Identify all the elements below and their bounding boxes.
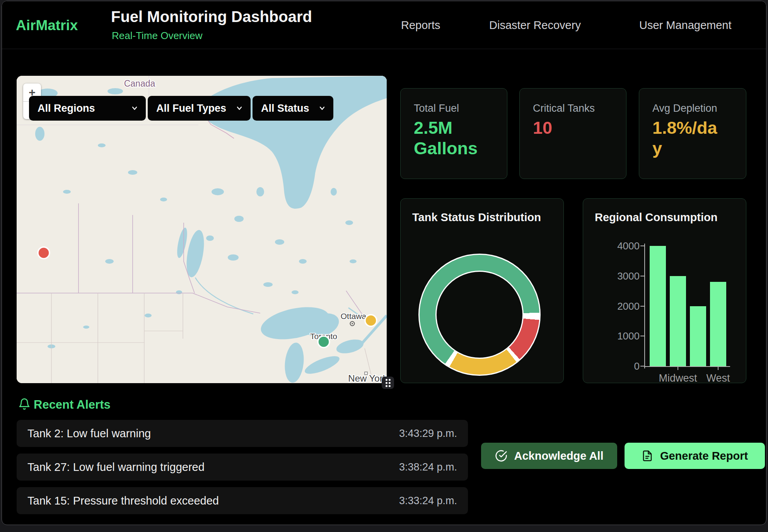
nav-disaster-recovery[interactable]: Disaster Recovery <box>489 19 581 32</box>
bar <box>650 246 666 366</box>
map-label-city: New York <box>348 373 387 383</box>
bar <box>690 306 706 367</box>
fuel-monitoring-dashboard: AirMatrix Fuel Monitoring Dashboard Real… <box>0 0 768 532</box>
alerts-section-title: Recent Alerts <box>34 398 111 412</box>
file-report-icon <box>642 450 653 462</box>
generate-report-button[interactable]: Generate Report <box>625 443 765 469</box>
chevron-down-icon <box>319 105 326 112</box>
tank-status-donut-chart <box>418 254 541 376</box>
regional-consumption-card: Regional Consumption 40003000200010000Mi… <box>583 198 746 383</box>
alert-row: Tank 15: Pressure threshold exceeded 3:3… <box>17 487 468 514</box>
x-axis-line <box>644 366 730 367</box>
y-axis-line <box>644 244 645 368</box>
chart-title: Tank Status Distribution <box>412 211 541 224</box>
tank-marker-warning[interactable] <box>365 315 377 326</box>
map[interactable]: Canada Ottawa Toronto New York + − All R… <box>17 76 387 383</box>
bar <box>710 282 726 366</box>
y-tick-mark <box>640 246 644 246</box>
y-tick-label: 3000 <box>616 270 640 282</box>
header: AirMatrix Fuel Monitoring Dashboard Real… <box>2 1 766 49</box>
regional-consumption-bar-chart: 40003000200010000MidwestWest <box>583 199 747 384</box>
y-tick-label: 2000 <box>616 300 640 312</box>
stat-value: 10 <box>533 118 552 138</box>
x-tick-mark <box>678 367 678 370</box>
app-frame: AirMatrix Fuel Monitoring Dashboard Real… <box>2 1 766 525</box>
alert-text: Tank 27: Low fuel warning triggered <box>27 461 205 474</box>
chevron-down-icon <box>236 105 243 112</box>
tank-status-card: Tank Status Distribution <box>400 198 564 383</box>
page-title: Fuel Monitoring Dashboard <box>111 8 312 26</box>
map-label-city: Ottawa <box>341 312 367 321</box>
brand-logo: AirMatrix <box>16 17 78 34</box>
region-filter-value: All Regions <box>38 102 95 114</box>
alert-text: Tank 15: Pressure threshold exceeded <box>27 494 219 507</box>
generate-report-label: Generate Report <box>660 450 748 462</box>
acknowledge-all-label: Acknowledge All <box>514 450 604 462</box>
alert-text: Tank 2: Low fuel warning <box>27 427 151 440</box>
stat-value: 1.8%/day <box>652 118 724 159</box>
acknowledge-all-button[interactable]: Acknowledge All <box>481 443 617 469</box>
map-label-country: Canada <box>124 78 155 89</box>
y-tick-label: 4000 <box>616 240 640 252</box>
stat-card-avg-depletion: Avg Depletion 1.8%/day <box>639 88 746 179</box>
y-tick-mark <box>640 366 644 367</box>
x-tick-mark <box>718 367 719 370</box>
y-tick-label: 1000 <box>616 330 640 342</box>
y-tick-mark <box>640 306 644 307</box>
alert-timestamp: 3:38:24 p.m. <box>399 461 457 473</box>
x-tick-label: West <box>687 372 749 384</box>
stat-label: Avg Depletion <box>652 102 717 114</box>
tank-marker-normal[interactable] <box>318 336 329 348</box>
map-canvas: Canada Ottawa Toronto New York <box>17 76 387 383</box>
stat-card-critical-tanks: Critical Tanks 10 <box>519 88 626 179</box>
status-filter-dropdown[interactable]: All Status <box>253 96 333 121</box>
bar <box>670 276 686 366</box>
status-filter-value: All Status <box>261 102 309 114</box>
stat-value: 2.5M Gallons <box>414 118 485 159</box>
check-circle-icon <box>495 450 507 462</box>
y-tick-label: 0 <box>616 360 640 372</box>
y-tick-mark <box>640 336 644 336</box>
stat-label: Total Fuel <box>414 102 459 114</box>
alert-row: Tank 2: Low fuel warning 3:43:29 p.m. <box>17 420 468 447</box>
nav-reports[interactable]: Reports <box>401 19 440 32</box>
chevron-down-icon <box>131 105 138 112</box>
alert-row: Tank 27: Low fuel warning triggered 3:38… <box>17 454 468 481</box>
fuel-type-filter-dropdown[interactable]: All Fuel Types <box>148 96 251 121</box>
alert-timestamp: 3:33:24 p.m. <box>399 495 457 507</box>
nav-user-management[interactable]: User Management <box>639 19 732 32</box>
stat-card-total-fuel: Total Fuel 2.5M Gallons <box>400 88 507 179</box>
map-filter-bar: All Regions All Fuel Types All Status <box>29 96 333 121</box>
alert-timestamp: 3:43:29 p.m. <box>399 428 457 440</box>
bell-icon <box>18 398 31 410</box>
tank-marker-critical[interactable] <box>38 247 49 259</box>
y-tick-mark <box>640 276 644 276</box>
region-filter-dropdown[interactable]: All Regions <box>29 96 146 121</box>
grip-dots-icon <box>386 379 391 387</box>
stat-label: Critical Tanks <box>533 102 595 114</box>
donut-hole <box>435 271 524 359</box>
map-attribution-handle[interactable] <box>382 377 394 389</box>
fuel-type-filter-value: All Fuel Types <box>156 102 226 114</box>
page-subtitle: Real-Time Overview <box>112 30 203 42</box>
